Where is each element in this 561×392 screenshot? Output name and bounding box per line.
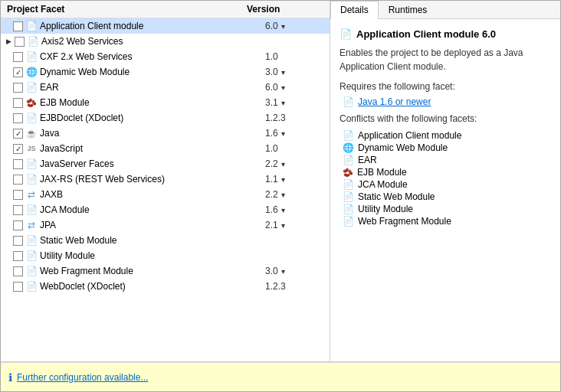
facet-label-16: Utility Module bbox=[40, 250, 265, 261]
conflict-icon-2: 📄 bbox=[343, 155, 354, 165]
conflict-label-2: EAR bbox=[358, 155, 377, 165]
checkbox-14[interactable] bbox=[13, 220, 23, 230]
version-7: 1.2.3 bbox=[265, 113, 326, 123]
icon-6: 🫘 bbox=[25, 96, 38, 109]
checkbox-11[interactable] bbox=[13, 175, 23, 185]
facet-label-1: Application Client module bbox=[40, 21, 265, 31]
checkbox-2[interactable] bbox=[15, 37, 25, 47]
facet-label-10: JavaServer Faces bbox=[40, 158, 265, 169]
facet-item-17[interactable]: 📄 Web Fragment Module 3.0 ▾ bbox=[1, 263, 330, 279]
checkbox-12[interactable] bbox=[13, 190, 23, 200]
checkbox-18[interactable] bbox=[13, 282, 23, 292]
facet-label-5: EAR bbox=[40, 82, 265, 93]
icon-3: 📄 bbox=[25, 51, 38, 63]
icon-18: 📄 bbox=[25, 280, 38, 292]
conflict-item-2: 📄 EAR bbox=[340, 155, 551, 165]
conflict-label-3: EJB Module bbox=[357, 167, 407, 178]
config-link[interactable]: Further configuration available... bbox=[17, 372, 148, 383]
version-14: 2.1 ▾ bbox=[265, 220, 326, 230]
icon-15: 📄 bbox=[25, 234, 38, 247]
facet-item-16[interactable]: 📄 Utility Module bbox=[1, 248, 330, 263]
conflict-item-5: 📄 Static Web Module bbox=[340, 191, 551, 202]
conflicts-list: 📄 Application Client module 🌐 Dynamic We… bbox=[340, 130, 551, 227]
conflict-label-1: Dynamic Web Module bbox=[358, 142, 448, 153]
facet-label-7: EJBDoclet (XDoclet) bbox=[40, 113, 265, 123]
checkbox-4[interactable] bbox=[13, 67, 23, 77]
checkbox-6[interactable] bbox=[13, 98, 23, 108]
checkbox-9[interactable] bbox=[13, 144, 23, 154]
checkbox-13[interactable] bbox=[13, 205, 23, 215]
facet-item-13[interactable]: 📄 JCA Module 1.6 ▾ bbox=[1, 202, 330, 217]
right-panel: Details Runtimes 📄 Application Client mo… bbox=[330, 1, 560, 361]
facet-label-17: Web Fragment Module bbox=[40, 266, 265, 276]
facet-item-4[interactable]: 🌐 Dynamic Web Module 3.0 ▾ bbox=[1, 64, 330, 80]
conflict-icon-0: 📄 bbox=[343, 130, 354, 141]
version-9: 1.0 bbox=[265, 143, 326, 154]
version-6: 3.1 ▾ bbox=[265, 97, 326, 108]
icon-4: 🌐 bbox=[25, 66, 38, 78]
version-column-header: Version bbox=[247, 4, 323, 15]
expand-arrow-2[interactable]: ▶ bbox=[4, 37, 13, 46]
facet-label-3: CXF 2.x Web Services bbox=[40, 51, 265, 62]
facet-item-8[interactable]: ☕ Java 1.6 ▾ bbox=[1, 126, 330, 141]
conflict-icon-4: 📄 bbox=[343, 179, 354, 190]
facet-label-2: Axis2 Web Services bbox=[41, 36, 265, 47]
info-icon: ℹ bbox=[8, 371, 12, 384]
details-description: Enables the project to be deployed as a … bbox=[340, 46, 551, 74]
icon-10: 📄 bbox=[25, 158, 38, 170]
requires-java-link[interactable]: Java 1.6 or newer bbox=[358, 96, 431, 107]
requires-java-item: 📄 Java 1.6 or newer bbox=[340, 96, 551, 107]
checkbox-7[interactable] bbox=[13, 113, 23, 123]
conflict-item-0: 📄 Application Client module bbox=[340, 130, 551, 141]
icon-2: 📄 bbox=[27, 35, 39, 47]
facet-label-12: JAXB bbox=[40, 189, 265, 200]
facet-label-11: JAX-RS (REST Web Services) bbox=[40, 174, 265, 185]
icon-12: ⇄ bbox=[25, 188, 38, 201]
facet-item-7[interactable]: 📄 EJBDoclet (XDoclet) 1.2.3 bbox=[1, 110, 330, 126]
checkbox-1[interactable] bbox=[13, 21, 23, 31]
facet-item-11[interactable]: 📄 JAX-RS (REST Web Services) 1.1 ▾ bbox=[1, 172, 330, 187]
facet-label-4: Dynamic Web Module bbox=[40, 67, 265, 77]
facet-item-12[interactable]: ⇄ JAXB 2.2 ▾ bbox=[1, 187, 330, 202]
conflict-icon-5: 📄 bbox=[343, 191, 354, 202]
icon-8: ☕ bbox=[25, 127, 38, 139]
tab-runtimes[interactable]: Runtimes bbox=[379, 1, 438, 18]
conflict-item-3: 🫘 EJB Module bbox=[340, 167, 551, 178]
facet-item-10[interactable]: 📄 JavaServer Faces 2.2 ▾ bbox=[1, 156, 330, 172]
facet-label-13: JCA Module bbox=[40, 204, 265, 215]
version-18: 1.2.3 bbox=[265, 281, 326, 292]
facet-item-1[interactable]: 📄 Application Client module 6.0 ▾ bbox=[1, 18, 330, 34]
facet-label-14: JPA bbox=[40, 220, 265, 230]
checkbox-3[interactable] bbox=[13, 52, 23, 62]
facet-column-header: Project Facet bbox=[7, 4, 247, 15]
conflicts-label: Conflicts with the following facets: bbox=[340, 113, 551, 124]
checkbox-15[interactable] bbox=[13, 236, 23, 246]
facet-label-18: WebDoclet (XDoclet) bbox=[40, 281, 265, 292]
facet-item-9[interactable]: JS JavaScript 1.0 bbox=[1, 141, 330, 156]
facet-item-15[interactable]: 📄 Static Web Module bbox=[1, 233, 330, 248]
conflict-icon-3: 🫘 bbox=[343, 167, 353, 178]
conflict-label-0: Application Client module bbox=[358, 130, 461, 141]
facet-item-6[interactable]: 🫘 EJB Module 3.1 ▾ bbox=[1, 95, 330, 110]
facet-item-14[interactable]: ⇄ JPA 2.1 ▾ bbox=[1, 217, 330, 233]
checkbox-10[interactable] bbox=[13, 159, 23, 169]
icon-16: 📄 bbox=[25, 250, 38, 262]
checkbox-17[interactable] bbox=[13, 266, 23, 276]
icon-5: 📄 bbox=[25, 81, 38, 93]
icon-11: 📄 bbox=[25, 173, 38, 185]
checkbox-16[interactable] bbox=[13, 251, 23, 261]
facet-item-3[interactable]: 📄 CXF 2.x Web Services 1.0 bbox=[1, 49, 330, 64]
checkbox-5[interactable] bbox=[13, 83, 23, 93]
facet-item-5[interactable]: 📄 EAR 6.0 ▾ bbox=[1, 80, 330, 95]
version-11: 1.1 ▾ bbox=[265, 174, 326, 185]
conflict-label-7: Web Fragment Module bbox=[358, 216, 451, 227]
tab-details[interactable]: Details bbox=[330, 1, 379, 19]
facet-item-2[interactable]: ▶ 📄 Axis2 Web Services bbox=[1, 34, 330, 49]
checkbox-8[interactable] bbox=[13, 129, 23, 139]
facet-item-18[interactable]: 📄 WebDoclet (XDoclet) 1.2.3 bbox=[1, 279, 330, 294]
version-8: 1.6 ▾ bbox=[265, 128, 326, 139]
icon-13: 📄 bbox=[25, 204, 38, 216]
bottom-bar: ℹ Further configuration available... bbox=[1, 362, 560, 391]
facet-label-15: Static Web Module bbox=[40, 235, 265, 246]
conflict-icon-1: 🌐 bbox=[343, 142, 354, 153]
